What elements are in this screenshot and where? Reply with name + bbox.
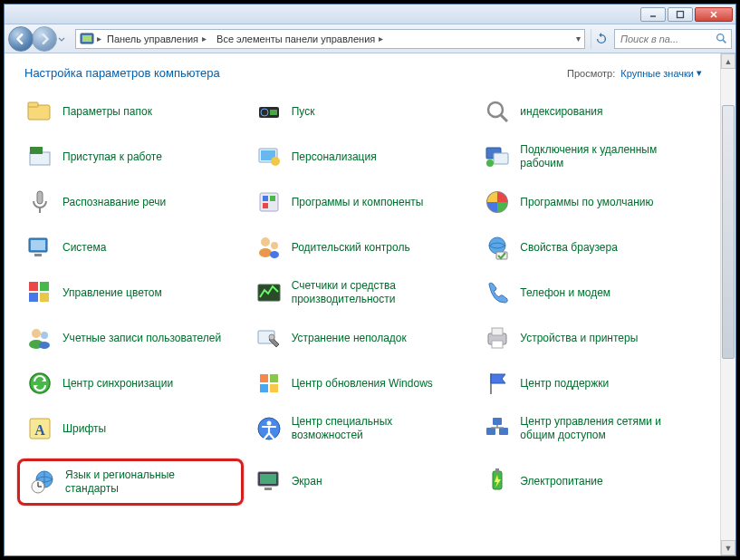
titlebar: [5, 5, 735, 24]
svg-point-22: [486, 159, 494, 167]
minimize-button[interactable]: [640, 7, 666, 22]
item-display[interactable]: Экран: [254, 457, 483, 506]
item-label: Параметры папок: [62, 105, 152, 119]
item-system[interactable]: Система: [24, 230, 254, 265]
item-windows-update[interactable]: Центр обновления Windows: [254, 366, 483, 401]
svg-rect-40: [40, 282, 49, 291]
item-parental-controls[interactable]: Родительский контроль: [254, 230, 483, 265]
item-default-programs[interactable]: Программы по умолчанию: [482, 185, 711, 219]
svg-rect-39: [29, 282, 38, 291]
printer-icon: [482, 323, 513, 353]
item-label: Система: [62, 241, 106, 255]
chevron-down-icon[interactable]: ▾: [576, 34, 584, 43]
item-power-options[interactable]: Электропитание: [482, 457, 711, 506]
item-label: Программы по умолчанию: [520, 196, 653, 209]
svg-rect-23: [37, 191, 43, 204]
search-box[interactable]: [614, 29, 732, 49]
item-start[interactable]: Пуск: [254, 94, 483, 129]
breadcrumb-label-0: Панель управления: [107, 34, 198, 44]
item-label: Центр управления сетями и общим доступом: [520, 415, 683, 442]
svg-point-6: [717, 34, 724, 41]
scroll-track[interactable]: [721, 69, 735, 540]
svg-rect-74: [264, 488, 272, 490]
flag2-icon: [482, 368, 513, 399]
item-label: Счетчики и средства производительности: [292, 279, 455, 306]
item-label: Электропитание: [520, 475, 602, 488]
content-area: Настройка параметров компьютера Просмотр…: [5, 53, 720, 555]
maximize-button[interactable]: [668, 7, 693, 22]
refresh-button[interactable]: [591, 29, 610, 49]
breadcrumb-segment-0[interactable]: Панель управления ▸: [101, 30, 211, 48]
item-programs-features[interactable]: Программы и компоненты: [254, 185, 483, 219]
users-icon: [24, 323, 55, 353]
svg-point-13: [488, 102, 503, 117]
svg-rect-55: [270, 374, 278, 382]
svg-rect-64: [499, 428, 508, 435]
internet-icon: [482, 232, 513, 263]
personalization-icon: [254, 141, 284, 172]
item-personalization[interactable]: Персонализация: [254, 140, 483, 174]
svg-rect-28: [263, 203, 268, 208]
history-dropdown-icon[interactable]: [57, 29, 66, 49]
view-by-label: Просмотр:: [567, 68, 615, 79]
item-performance[interactable]: Счетчики и средства производительности: [254, 275, 483, 310]
svg-rect-27: [270, 196, 275, 201]
svg-point-45: [41, 332, 48, 339]
item-label: Центр обновления Windows: [292, 377, 433, 391]
scroll-thumb[interactable]: [722, 105, 735, 359]
svg-text:A: A: [34, 422, 45, 438]
vertical-scrollbar[interactable]: ▲ ▼: [720, 53, 735, 555]
svg-rect-42: [40, 293, 49, 302]
item-remote-desktop[interactable]: Подключения к удаленным рабочим: [482, 140, 711, 174]
item-internet-options[interactable]: Свойства браузера: [482, 230, 711, 265]
scroll-up-button[interactable]: ▲: [721, 53, 735, 69]
forward-button[interactable]: [32, 26, 57, 52]
svg-rect-51: [492, 328, 503, 335]
item-devices-printers[interactable]: Устройства и принтеры: [482, 321, 711, 355]
item-indexing[interactable]: индексирования: [482, 94, 711, 129]
display-icon: [254, 466, 284, 497]
scroll-down-button[interactable]: ▼: [721, 540, 735, 555]
item-action-center[interactable]: Центр поддержки: [482, 366, 711, 401]
programs-icon: [254, 187, 284, 217]
search-input[interactable]: [619, 33, 713, 45]
svg-point-36: [270, 251, 279, 258]
item-folder-options[interactable]: Параметры папок: [24, 94, 254, 129]
flag-icon: [24, 141, 55, 172]
svg-rect-12: [270, 110, 277, 115]
item-ease-of-access[interactable]: Центр специальных возможностей: [254, 411, 483, 446]
control-panel-window: ▸ Панель управления ▸ Все элементы панел…: [4, 4, 736, 556]
item-label: Персонализация: [292, 150, 377, 164]
view-by-dropdown[interactable]: Крупные значки ▾: [620, 67, 702, 79]
item-fonts[interactable]: AШрифты: [24, 411, 254, 446]
item-getting-started[interactable]: Приступая к работе: [24, 140, 254, 174]
svg-point-35: [259, 248, 272, 257]
item-label: Пуск: [292, 105, 315, 119]
item-network-sharing[interactable]: Центр управления сетями и общим доступом: [482, 411, 711, 446]
item-color-management[interactable]: Управление цветом: [24, 275, 254, 310]
parental-icon: [254, 232, 284, 263]
item-label: Устройства и принтеры: [520, 332, 638, 345]
item-sync-center[interactable]: Центр синхронизации: [24, 366, 254, 401]
item-label: индексирования: [520, 105, 602, 119]
svg-rect-57: [270, 384, 278, 392]
item-troubleshooting[interactable]: Устранение неполадок: [254, 321, 483, 355]
performance-icon: [254, 277, 284, 308]
item-label: Учетные записи пользователей: [62, 332, 221, 345]
item-speech-recognition[interactable]: Распознавание речи: [24, 185, 254, 219]
svg-point-47: [39, 342, 50, 349]
breadcrumb[interactable]: ▸ Панель управления ▸ Все элементы панел…: [75, 29, 585, 49]
item-phone-modem[interactable]: Телефон и модем: [482, 275, 711, 310]
svg-point-19: [271, 157, 280, 166]
defaults-icon: [482, 187, 513, 217]
item-label: Язык и региональные стандарты: [65, 468, 228, 496]
svg-rect-16: [30, 147, 43, 154]
back-button[interactable]: [8, 26, 34, 52]
breadcrumb-segment-1[interactable]: Все элементы панели управления ▸: [211, 30, 388, 48]
svg-rect-73: [260, 474, 276, 484]
item-user-accounts[interactable]: Учетные записи пользователей: [24, 321, 254, 355]
phone-icon: [482, 277, 513, 308]
item-region-language[interactable]: Язык и региональные стандарты: [17, 459, 244, 506]
svg-rect-52: [492, 341, 503, 348]
close-button[interactable]: [695, 7, 733, 22]
